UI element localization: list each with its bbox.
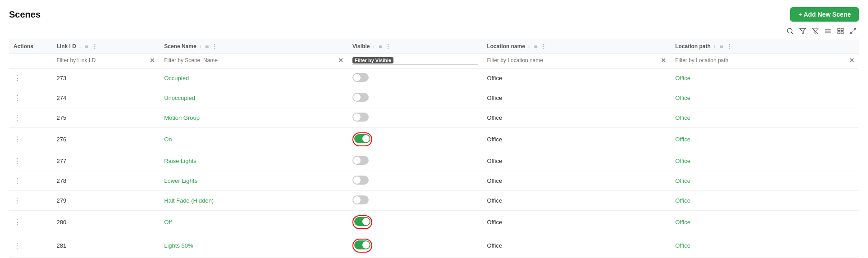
column-headers-row: Actions Link I D ↕ ≡ ⋮ Scene Name <box>9 39 859 54</box>
page-title: Scenes <box>9 9 41 20</box>
filter-linkid-input[interactable] <box>57 57 148 63</box>
sort-visible-icon[interactable]: ↕ <box>372 44 375 49</box>
row-actions-menu[interactable]: ⋮ <box>14 114 21 122</box>
table-row: ⋮274Unoccupied OfficeOffice <box>9 88 859 108</box>
cell-linkid: 274 <box>52 88 160 108</box>
list-view-icon[interactable] <box>824 27 832 35</box>
drag-scene-icon[interactable]: ⋮ <box>211 43 218 50</box>
col-label-actions: Actions <box>14 43 33 50</box>
visible-toggle[interactable] <box>352 195 369 204</box>
filter-off-icon[interactable] <box>811 27 819 35</box>
visible-toggle[interactable] <box>354 217 370 226</box>
cell-actions: ⋮ <box>9 151 52 171</box>
sort-linkid-icon[interactable]: ↕ <box>79 44 82 49</box>
row-actions-menu[interactable]: ⋮ <box>14 94 21 102</box>
visible-toggle[interactable] <box>354 240 370 249</box>
row-actions-menu[interactable]: ⋮ <box>14 177 21 185</box>
cell-location-name: Office <box>482 68 671 88</box>
menu-locname-icon[interactable]: ≡ <box>534 43 538 50</box>
filter-icon[interactable] <box>799 27 807 35</box>
cell-actions: ⋮ <box>9 88 52 108</box>
cell-linkid: 276 <box>52 128 160 151</box>
col-header-scene: Scene Name ↕ ≡ ⋮ <box>160 39 348 54</box>
visible-toggle[interactable] <box>354 134 370 143</box>
row-actions-menu[interactable]: ⋮ <box>14 197 21 204</box>
visible-toggle[interactable] <box>352 156 369 165</box>
cell-scene-name[interactable]: Lights 50% <box>160 234 348 258</box>
cell-scene-name[interactable]: On <box>160 128 348 151</box>
cell-linkid: 278 <box>52 171 160 191</box>
visible-toggle[interactable] <box>352 176 369 185</box>
visible-toggle[interactable] <box>352 93 369 102</box>
table-row: ⋮281Lights 50% OfficeOffice <box>9 234 859 258</box>
sort-locname-icon[interactable]: ↕ <box>528 44 530 49</box>
grid-view-icon[interactable] <box>836 27 845 35</box>
filter-cell-linkid: ✕ <box>52 54 160 68</box>
cell-location-path[interactable]: Office <box>671 68 859 88</box>
cell-visible <box>348 171 482 191</box>
filter-locpath-clear[interactable]: ✕ <box>849 57 854 64</box>
cell-location-path[interactable]: Office <box>671 211 859 234</box>
cell-actions: ⋮ <box>9 128 52 151</box>
page-container: Scenes + Add New Scene <box>0 0 868 258</box>
cell-visible <box>348 108 482 128</box>
toolbar <box>9 27 859 35</box>
cell-scene-name[interactable]: Off <box>160 211 348 234</box>
cell-location-path[interactable]: Office <box>671 108 859 128</box>
row-actions-menu[interactable]: ⋮ <box>14 157 21 165</box>
drag-locname-icon[interactable]: ⋮ <box>540 43 547 50</box>
menu-linkid-icon[interactable]: ≡ <box>85 43 88 50</box>
filter-linkid-clear[interactable]: ✕ <box>150 57 155 64</box>
col-label-visible: Visible <box>352 43 370 50</box>
table-body: ⋮273Occupied OfficeOffice⋮274Unoccupied … <box>9 68 859 258</box>
search-icon[interactable] <box>786 27 794 35</box>
filter-locpath-input[interactable] <box>675 57 847 63</box>
table-row: ⋮277Raise Lights OfficeOffice <box>9 151 859 171</box>
filter-scene-input[interactable] <box>164 57 336 63</box>
cell-scene-name[interactable]: Motion Group <box>160 108 348 128</box>
cell-location-path[interactable]: Office <box>671 171 859 191</box>
svg-rect-11 <box>841 32 843 34</box>
cell-scene-name[interactable]: Lower Lights <box>160 171 348 191</box>
visible-toggle[interactable] <box>352 113 369 122</box>
row-actions-menu[interactable]: ⋮ <box>14 218 21 226</box>
drag-locpath-icon[interactable]: ⋮ <box>726 43 732 50</box>
row-actions-menu[interactable]: ⋮ <box>14 136 21 143</box>
svg-line-1 <box>791 32 793 34</box>
col-header-linkid: Link I D ↕ ≡ ⋮ <box>52 39 160 54</box>
cell-location-path[interactable]: Office <box>671 191 859 211</box>
menu-locpath-icon[interactable]: ≡ <box>719 43 723 50</box>
filter-locname-input[interactable] <box>487 57 659 63</box>
menu-scene-icon[interactable]: ≡ <box>205 43 209 50</box>
filter-cell-locname: ✕ <box>482 54 671 68</box>
add-new-scene-button[interactable]: + Add New Scene <box>790 7 859 22</box>
cell-actions: ⋮ <box>9 211 52 234</box>
cell-scene-name[interactable]: Halt Fade (Hidden) <box>160 191 348 211</box>
fullscreen-icon[interactable] <box>849 27 857 35</box>
drag-visible-icon[interactable]: ⋮ <box>385 43 391 50</box>
filter-scene-clear[interactable]: ✕ <box>338 57 343 64</box>
col-header-locname: Location name ↕ ≡ ⋮ <box>482 39 671 54</box>
cell-location-path[interactable]: Office <box>671 234 859 258</box>
drag-linkid-icon[interactable]: ⋮ <box>91 43 98 50</box>
sort-scene-icon[interactable]: ↕ <box>199 44 202 49</box>
svg-rect-9 <box>841 28 843 31</box>
visible-toggle[interactable] <box>352 73 369 82</box>
cell-scene-name[interactable]: Unoccupied <box>160 88 348 108</box>
cell-location-path[interactable]: Office <box>671 128 859 151</box>
sort-locpath-icon[interactable]: ↕ <box>713 44 716 49</box>
cell-scene-name[interactable]: Raise Lights <box>160 151 348 171</box>
cell-linkid: 279 <box>52 191 160 211</box>
row-actions-menu[interactable]: ⋮ <box>14 74 21 82</box>
cell-visible <box>348 211 482 234</box>
cell-location-path[interactable]: Office <box>671 151 859 171</box>
cell-scene-name[interactable]: Occupied <box>160 68 348 88</box>
menu-visible-icon[interactable]: ≡ <box>379 43 382 50</box>
filter-locname-clear[interactable]: ✕ <box>661 57 666 64</box>
col-header-visible: Visible ↕ ≡ ⋮ <box>348 39 482 54</box>
cell-linkid: 277 <box>52 151 160 171</box>
cell-location-path[interactable]: Office <box>671 88 859 108</box>
row-actions-menu[interactable]: ⋮ <box>14 242 21 249</box>
svg-line-12 <box>854 28 856 31</box>
col-header-actions: Actions <box>9 39 52 54</box>
